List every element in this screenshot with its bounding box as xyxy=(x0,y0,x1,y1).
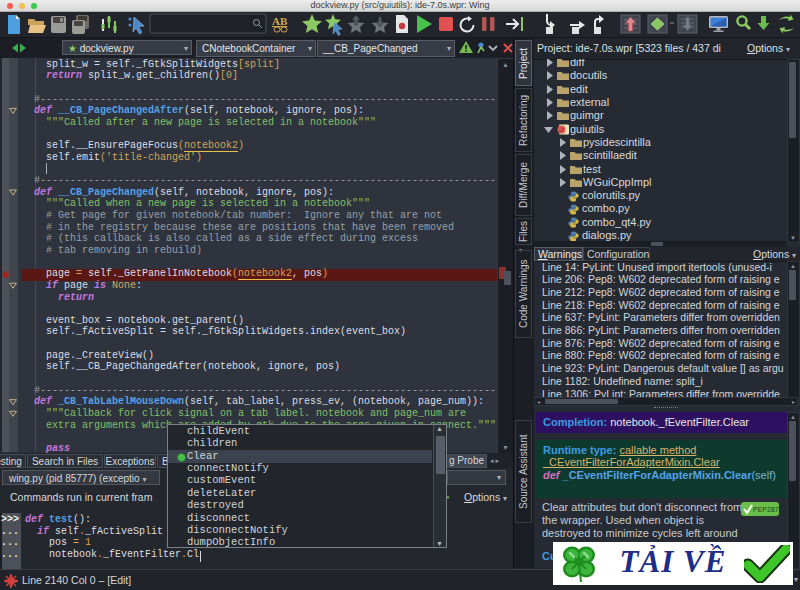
svg-text:PEP287: PEP287 xyxy=(753,506,779,513)
svg-text:AB: AB xyxy=(272,15,288,27)
